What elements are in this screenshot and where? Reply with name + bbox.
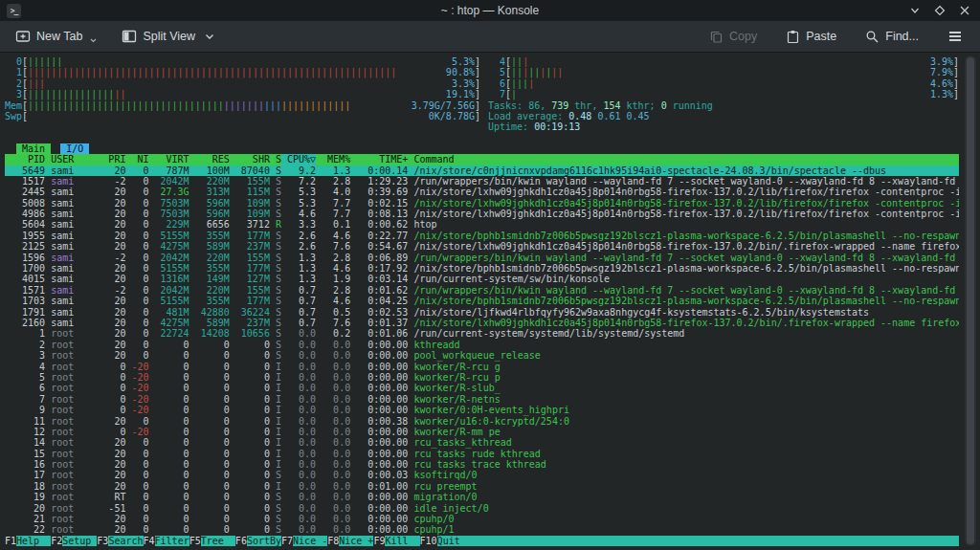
table-row[interactable]: 3root200000S0.00.00:00.00pool_workqueue_… [5,350,959,361]
minimize-button[interactable] [908,5,921,17]
table-row[interactable]: 1791sami200481M4288036224S0.70.50:02.53/… [5,307,959,318]
find-button[interactable]: Find... [859,26,924,48]
fkey-label-nice+[interactable]: Nice + [339,536,373,546]
cell-ni: 0 [125,328,148,339]
table-row[interactable]: 2125sami2004275M589M237MS2.67.60:54.67/n… [5,241,959,252]
htop-tab-io[interactable]: I/O [60,143,89,154]
close-button[interactable] [958,5,970,17]
fkey-label-search[interactable]: Search [108,536,143,546]
column-header-res[interactable]: RES [189,154,230,165]
meters-left-column: 0[||||||5.3%]1[|||||||||||||||||||||||||… [5,56,480,133]
table-row[interactable]: 1571sami-202042M220M155MS0.72.80:01.62/r… [5,285,959,296]
table-row[interactable]: 18root200000I0.00.00:01.00rcu_preempt [5,481,959,492]
column-header-command[interactable]: Command [408,154,959,165]
table-row[interactable]: 12root0-20000I0.00.00:00.00kworker/R-mm_… [5,427,959,437]
fkey-f9[interactable]: F9 [373,536,385,546]
table-row[interactable]: 1700sami2005155M355M177MS1.34.60:17.92/n… [5,263,959,274]
table-row[interactable]: 14root200000I0.00.00:00.00rcu_tasks_kthr… [5,437,959,448]
column-header-time+[interactable]: TIME+ [350,154,408,165]
cell-virt: 22724 [149,328,189,339]
column-header-pri[interactable]: PRI [102,154,125,165]
maximize-button[interactable] [933,5,946,17]
table-row[interactable]: 2445sami20027.3G313M115MS5.34.00:39.69/n… [5,187,959,197]
fkey-f8[interactable]: F8 [327,536,339,546]
paste-button[interactable]: Paste [780,26,842,48]
table-row[interactable]: 1955sami2005155M355M177MS2.64.60:22.77/n… [5,231,959,241]
cell-mem: 7.6 [316,318,350,328]
cell-s: S [270,328,281,339]
fkey-label-setup[interactable]: Setup [62,536,97,546]
table-row[interactable]: 1703sami2005155M355M177MS0.74.60:04.25/n… [5,296,959,306]
cell-cpu: 0.0 [281,437,316,448]
column-header-mem[interactable]: MEM% [316,154,350,165]
fkey-label-nice-[interactable]: Nice - [293,536,327,546]
column-header-pid[interactable]: PID [5,154,45,165]
scrollbar-track[interactable] [965,55,976,546]
table-row[interactable]: 21root200000S0.00.00:00.00cpuhp/0 [5,514,959,524]
cell-virt: 0 [149,416,189,427]
fkey-f2[interactable]: F2 [51,536,62,546]
table-row[interactable]: 4root0-20000I0.00.00:00.00kworker/R-rcu_… [5,362,959,372]
fkey-label-help[interactable]: Help [16,536,51,546]
table-row-selected[interactable]: 5649sami200787M100M87040S9.21.30:00.14/n… [5,165,959,176]
table-row[interactable]: 2160sami2004275M589M237MS0.77.60:01.37/n… [5,318,959,328]
table-row[interactable]: 22root200000S0.00.00:00.00cpuhp/1 [5,524,959,535]
table-row[interactable]: 5604sami200229M66563712R3.30.10:00.62hto… [5,219,959,230]
fkey-label-quit[interactable]: Quit [437,536,472,546]
column-header-s[interactable]: S [270,154,281,165]
table-row[interactable]: 2root200000S0.00.00:00.00kthreadd [5,340,959,350]
table-row[interactable]: 1root200227241420810656S0.00.20:01.06/ru… [5,328,959,339]
cell-time: 0:00.00 [350,362,408,372]
table-row[interactable]: 15root200000I0.00.00:00.00rcu_tasks_rude… [5,449,959,459]
fkey-f6[interactable]: F6 [235,536,247,546]
column-header-shr[interactable]: SHR [230,154,270,165]
fkey-f3[interactable]: F3 [97,536,108,546]
table-row[interactable]: 6root0-20000I0.00.00:00.00kworker/R-slub… [5,383,959,393]
table-row[interactable]: 17root200000S0.00.00:00.03ksoftirqd/0 [5,470,959,480]
table-row[interactable]: 9root0-20000I0.00.00:00.00kworker/0:0H-e… [5,405,959,415]
table-row[interactable]: 5008sami2007503M596M109MS5.37.70:02.15/n… [5,198,959,209]
cell-pid: 1703 [5,296,45,306]
cell-cmd: /nix/store/c0njjnicnxvpdamg6116c1hk95i94… [408,165,959,176]
fkey-label-filter[interactable]: Filter [155,536,189,546]
split-view-button[interactable]: Split View [116,25,220,48]
cell-mem: 7.6 [316,241,350,252]
fkey-label-tree[interactable]: Tree [201,536,235,546]
menu-button[interactable] [942,26,969,47]
scrollbar-thumb[interactable] [967,57,974,544]
cell-user: sami [45,198,102,209]
cell-user: root [45,470,102,480]
fkey-f1[interactable]: F1 [5,536,16,546]
table-row[interactable]: 11root200000I0.00.00:00.38kworker/u16:0-… [5,416,959,427]
cell-cmd: /run/current-system/systemd/lib/systemd/… [408,328,959,339]
cell-virt: 0 [149,459,189,470]
cell-res: 589M [189,241,230,252]
uptime-line: Uptime: 00:19:13 [488,121,959,132]
fkey-f5[interactable]: F5 [189,536,201,546]
terminal[interactable]: 0[||||||5.3%]1[|||||||||||||||||||||||||… [0,53,980,549]
htop-tab-main[interactable]: Main [16,143,51,154]
fkey-label-kill[interactable]: Kill [385,536,419,546]
table-row[interactable]: 4986sami2007503M596M109MS4.67.70:08.13/n… [5,209,959,219]
table-row[interactable]: 1517sami-202042M220M155MS7.22.81:29.23/r… [5,176,959,187]
column-header-ni[interactable]: NI [125,154,148,165]
table-row[interactable]: 4015sami2001316M149M127MS1.31.90:03.14/r… [5,274,959,284]
cell-mem: 2.8 [316,285,350,296]
column-header-user[interactable]: USER [45,154,102,165]
table-row[interactable]: 5root0-20000I0.00.00:00.00kworker/R-rcu_… [5,372,959,383]
new-tab-button[interactable]: New Tab [10,25,102,48]
table-row[interactable]: 19rootRT0000S0.00.00:00.00migration/0 [5,492,959,502]
column-header-cpu[interactable]: CPU%▽ [281,154,316,165]
table-row[interactable]: 16root200000I0.00.00:00.00rcu_tasks_trac… [5,459,959,470]
cell-user: sami [45,274,102,284]
fkey-label-sortby[interactable]: SortBy [247,536,281,546]
table-row[interactable]: 20root-510000S0.00.00:00.00idle_inject/0 [5,503,959,514]
table-row[interactable]: 1596sami-202042M220M155MS1.32.80:06.89/r… [5,253,959,263]
fkey-f10[interactable]: F10 [420,536,437,546]
cell-user: root [45,328,102,339]
column-header-virt[interactable]: VIRT [149,154,189,165]
fkey-f7[interactable]: F7 [281,536,293,546]
fkey-f4[interactable]: F4 [144,536,155,546]
table-row[interactable]: 7root0-20000I0.00.00:00.00kworker/R-netn… [5,394,959,405]
copy-button[interactable]: Copy [703,26,763,48]
